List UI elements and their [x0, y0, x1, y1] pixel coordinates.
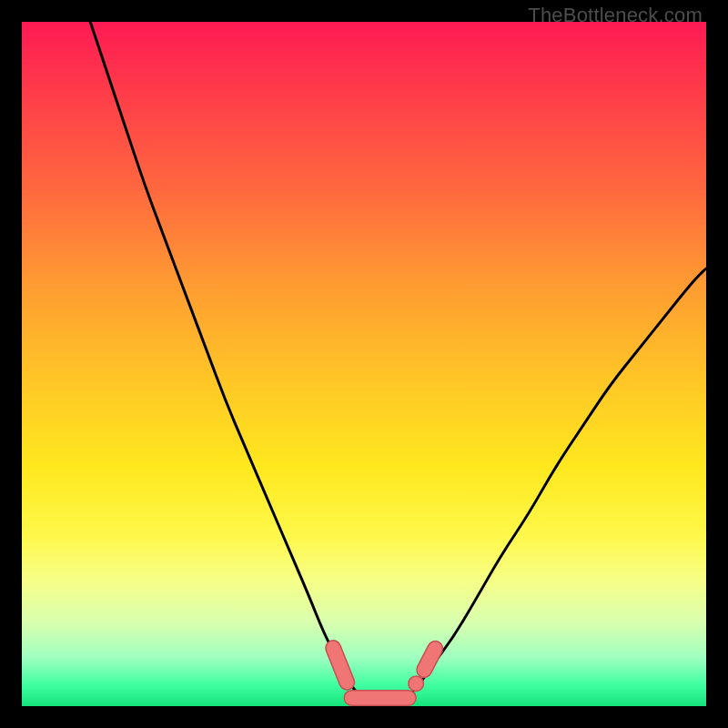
marker-circle — [409, 676, 424, 692]
attribution-label: TheBottleneck.com — [528, 4, 703, 27]
marker-capsule — [333, 648, 347, 682]
chart-frame: TheBottleneck.com — [0, 0, 728, 728]
marker-capsule — [424, 649, 435, 670]
floor-markers — [333, 648, 435, 698]
left-branch-curve — [90, 22, 364, 699]
curves-layer — [22, 22, 706, 706]
right-branch-curve — [405, 268, 706, 700]
